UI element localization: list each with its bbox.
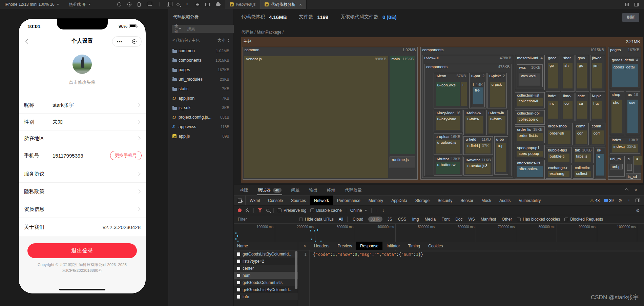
type-filter[interactable]: Cloud bbox=[352, 217, 364, 222]
grid-icon[interactable] bbox=[196, 3, 199, 6]
logout-button[interactable]: 退出登录 bbox=[27, 243, 137, 258]
avatar[interactable] bbox=[72, 55, 92, 74]
panel-tab[interactable]: 问题 bbox=[286, 185, 304, 195]
detail-tab[interactable]: Response bbox=[356, 242, 382, 250]
filter-dropdown[interactable]: 全部 bbox=[172, 25, 184, 33]
collapse-panel-icon[interactable] bbox=[625, 188, 629, 192]
editor-tab[interactable]: webview.js bbox=[225, 0, 260, 9]
file-item[interactable]: static 7KB bbox=[168, 84, 233, 94]
package-breadcrumb[interactable]: 代码包 / MainPackage / bbox=[241, 29, 284, 35]
more-icon[interactable]: ••• bbox=[112, 39, 127, 44]
clear-icon[interactable] bbox=[246, 208, 249, 212]
gear-icon[interactable]: ⚙ bbox=[618, 198, 622, 203]
change-phone-button[interactable]: 更换手机号 bbox=[110, 151, 142, 160]
file-item[interactable]: js_sdk 3KB bbox=[168, 103, 233, 113]
settings-row[interactable]: 服务协议 bbox=[19, 165, 146, 183]
panel-tab[interactable]: 构建 bbox=[235, 185, 253, 195]
settings-row[interactable]: 所在地区 bbox=[19, 130, 146, 146]
exit-target-icon[interactable] bbox=[127, 39, 141, 44]
settings-row[interactable]: 关于我们 v2.2.3.20230428 bbox=[19, 218, 146, 236]
type-filter[interactable]: Other bbox=[501, 217, 513, 222]
detail-tab[interactable]: Cookies bbox=[424, 242, 447, 250]
treemap-box[interactable]: inde bbox=[548, 101, 558, 119]
git-branch-icon[interactable] bbox=[186, 2, 190, 6]
treemap-box[interactable]: ap bbox=[634, 156, 642, 166]
devtools-tab[interactable]: Vulnerability bbox=[515, 196, 545, 205]
dock-side-icon[interactable] bbox=[636, 199, 640, 202]
search-icon[interactable] bbox=[176, 3, 180, 6]
refresh-button[interactable]: 刷新 bbox=[622, 13, 639, 22]
copy-icon[interactable] bbox=[167, 3, 170, 6]
layout-toggle-icon[interactable] bbox=[625, 3, 629, 6]
treemap-box[interactable]: trees bbox=[473, 87, 483, 104]
network-settings-icon[interactable]: ⚙ bbox=[636, 208, 640, 213]
file-item[interactable]: pages 167KB bbox=[168, 65, 233, 75]
treemap-box[interactable]: u-button.wx bbox=[436, 162, 460, 174]
treemap-box[interactable]: main.wxss 115KB bbox=[390, 56, 415, 155]
settings-row[interactable]: 昵称 stark张宇 bbox=[19, 97, 146, 114]
detail-tab[interactable]: Initiator bbox=[382, 242, 404, 250]
record-icon[interactable] bbox=[127, 2, 131, 6]
devtools-tab[interactable]: Storage bbox=[411, 196, 434, 205]
devtools-tab[interactable]: Sources bbox=[287, 196, 310, 205]
treemap-box[interactable]: shar bbox=[563, 63, 572, 88]
type-filter[interactable]: CSS bbox=[397, 217, 407, 222]
type-filter[interactable]: JS bbox=[387, 217, 393, 222]
inspect-element-icon[interactable] bbox=[238, 199, 242, 203]
treemap-box[interactable]: jin-e bbox=[592, 63, 603, 88]
treemap-box[interactable]: u-upload.js4 bbox=[436, 140, 460, 154]
treemap-box[interactable]: shop bbox=[611, 100, 622, 133]
search-network-icon[interactable] bbox=[266, 209, 269, 212]
devtools-tab[interactable]: Sensor bbox=[456, 196, 477, 205]
blocked-requests-checkbox[interactable]: Blocked Requests bbox=[564, 217, 603, 222]
treemap-box[interactable]: u- bbox=[461, 82, 467, 106]
devtools-tab[interactable]: Console bbox=[264, 196, 287, 205]
close-panel-icon[interactable]: × bbox=[634, 188, 637, 192]
kebab-menu-icon[interactable]: ⋮ bbox=[627, 198, 631, 203]
messages-badge[interactable]: 39 bbox=[604, 198, 614, 203]
settings-row[interactable]: 资质信息 bbox=[19, 200, 146, 218]
devtools-tab[interactable]: Wxml bbox=[246, 196, 264, 205]
file-item[interactable]: uni_modules 23KB bbox=[168, 75, 233, 84]
type-filter[interactable]: Doc bbox=[455, 217, 463, 222]
treemap-box[interactable]: spec-popup bbox=[517, 151, 543, 156]
compile-icon[interactable] bbox=[117, 2, 121, 6]
treemap-box[interactable]: com bbox=[563, 101, 572, 119]
devtools-tab[interactable]: Mock bbox=[477, 196, 495, 205]
file-item[interactable]: app.js 89B bbox=[168, 131, 233, 141]
detail-tab[interactable]: Timing bbox=[404, 242, 424, 250]
treemap-box[interactable]: vendor.js 898KB bbox=[244, 56, 388, 178]
panel-tab[interactable]: 终端 bbox=[322, 185, 340, 195]
panel-tab[interactable]: 输出 bbox=[304, 185, 322, 195]
treemap-box[interactable]: bubble-ti bbox=[548, 154, 569, 162]
hot-reload-toggle[interactable]: 热重载 开 bbox=[64, 0, 96, 9]
treemap-box[interactable]: wxs.wxs5 bbox=[519, 73, 540, 85]
request-row[interactable]: info bbox=[234, 293, 298, 300]
detail-tab[interactable]: Headers bbox=[310, 242, 333, 250]
device-selector[interactable]: iPhone 12/13 mini 100% 16 bbox=[0, 0, 64, 9]
scrollbar[interactable] bbox=[295, 251, 297, 289]
filter-icon[interactable] bbox=[258, 208, 262, 212]
treemap-box[interactable]: or bbox=[596, 154, 604, 176]
treemap-box[interactable]: tabs.js19 bbox=[575, 154, 591, 162]
treemap-box[interactable]: u-field.js 37K bbox=[465, 143, 490, 154]
devtools-tab[interactable]: Memory bbox=[365, 196, 387, 205]
type-filter[interactable]: All bbox=[338, 217, 348, 222]
treemap-box[interactable]: collection-c bbox=[517, 117, 543, 123]
treemap-box[interactable]: user. bbox=[627, 100, 638, 133]
devtools-tab[interactable]: Performance bbox=[333, 196, 365, 205]
hide-data-urls-checkbox[interactable]: Hide data URLs bbox=[299, 217, 334, 222]
treemap-box[interactable]: collection-li bbox=[517, 98, 543, 106]
request-row[interactable]: center bbox=[234, 265, 298, 272]
treemap-box[interactable]: u-lazy-load. bbox=[436, 116, 460, 130]
treemap-box[interactable]: u-tabs-s bbox=[465, 116, 483, 134]
request-row[interactable]: lists?type=2 bbox=[234, 258, 298, 265]
treemap-box[interactable]: u-form-i bbox=[489, 116, 505, 134]
file-item[interactable]: app.json 7KB bbox=[168, 94, 233, 103]
preserve-log-checkbox[interactable]: Preserve log bbox=[278, 208, 306, 213]
treemap-box[interactable]: collectio bbox=[575, 171, 591, 177]
close-detail-icon[interactable]: × bbox=[298, 244, 310, 248]
devtools-tab[interactable]: Network bbox=[310, 196, 333, 205]
treemap-box[interactable]: order-list.is bbox=[517, 133, 543, 141]
request-row[interactable]: getGoodsListByColumnIds?.. bbox=[234, 286, 298, 293]
